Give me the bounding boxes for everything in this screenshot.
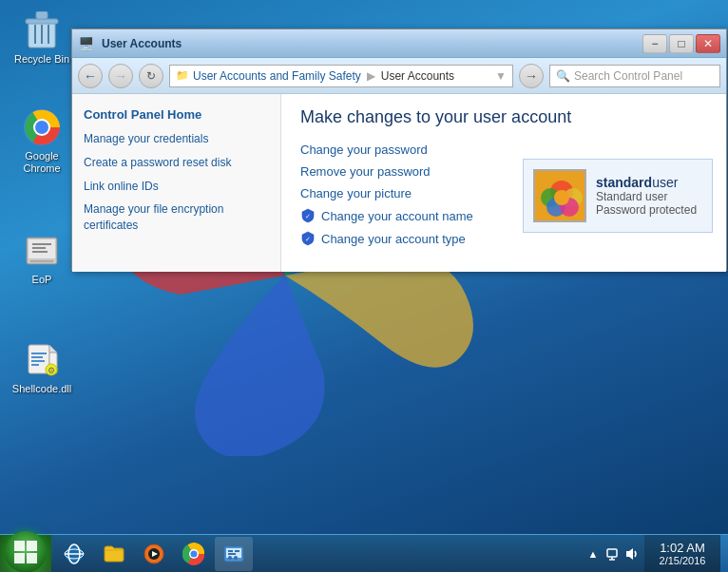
change-password-link[interactable]: Change your password (300, 143, 707, 157)
window-titlebar: 🖥️ User Accounts − □ ✕ (72, 29, 726, 58)
svg-marker-16 (49, 345, 57, 353)
search-box[interactable]: 🔍 Search Control Panel (549, 65, 720, 87)
back-button[interactable]: ← (78, 64, 103, 88)
address-part1: User Accounts and Family Safety (193, 69, 361, 83)
shellcode-label: Shellcode.dll (12, 383, 71, 395)
eop-image (23, 232, 61, 270)
link-online-ids-link[interactable]: Link online IDs (72, 175, 280, 199)
google-chrome-icon[interactable]: Google Chrome (10, 105, 74, 179)
svg-point-46 (191, 550, 198, 557)
desktop: Recycle Bin Google Chrome (0, 0, 728, 572)
svg-rect-36 (27, 553, 37, 563)
user-name-rest: user (652, 175, 678, 190)
svg-point-49 (228, 556, 232, 560)
user-name-bold: standard (596, 175, 652, 190)
tray-volume[interactable] (623, 546, 639, 562)
svg-rect-51 (228, 550, 233, 552)
clock-date: 2/15/2016 (660, 555, 706, 566)
user-details: standarduser Standard user Password prot… (596, 175, 702, 217)
minimize-button[interactable]: − (642, 34, 667, 53)
control-panel-taskbar-icon (222, 543, 245, 565)
remove-password-text: Remove your password (300, 164, 431, 179)
network-icon (604, 546, 620, 562)
svg-marker-57 (626, 548, 633, 560)
control-panel-home-link[interactable]: Control Panel Home (72, 102, 280, 127)
svg-rect-11 (30, 260, 53, 262)
media-player-icon (143, 543, 165, 565)
user-info-panel: standarduser Standard user Password prot… (523, 159, 713, 233)
change-account-name-text: Change your account name (321, 209, 473, 223)
user-avatar (533, 169, 586, 222)
svg-text:⚙: ⚙ (48, 366, 55, 375)
file-encryption-link[interactable]: Manage your file encryption certificates (72, 198, 280, 238)
taskbar-control-panel[interactable] (215, 537, 253, 571)
address-dropdown[interactable]: ▼ (495, 69, 507, 83)
taskbar-ie[interactable] (55, 537, 93, 571)
eop-icon[interactable]: EoP (10, 228, 74, 290)
svg-rect-53 (228, 553, 236, 555)
shield-icon-1: ✓ (300, 208, 316, 223)
svg-rect-52 (235, 550, 239, 552)
svg-rect-33 (14, 541, 25, 551)
taskbar-media-player[interactable] (135, 537, 173, 571)
window-controls: − □ ✕ (642, 34, 720, 53)
svg-text:✓: ✓ (305, 236, 311, 242)
svg-rect-12 (32, 243, 51, 245)
svg-rect-18 (31, 353, 47, 354)
svg-rect-1 (26, 19, 58, 24)
user-status: Password protected (596, 203, 702, 217)
user-type: Standard user (596, 190, 702, 203)
taskbar-explorer[interactable] (95, 537, 133, 571)
search-placeholder: Search Control Panel (574, 69, 682, 83)
start-button[interactable] (0, 535, 51, 573)
shield-icon-2: ✓ (300, 231, 316, 246)
volume-icon (623, 546, 639, 562)
chrome-taskbar-icon (182, 543, 205, 565)
eop-label: EoP (32, 274, 52, 286)
svg-rect-21 (31, 364, 39, 366)
control-panel-window: 🖥️ User Accounts − □ ✕ ← → ↻ 📁 User Acco… (71, 29, 727, 271)
manage-credentials-link[interactable]: Manage your credentials (72, 127, 280, 151)
main-title: Make changes to your user account (300, 107, 707, 127)
svg-text:✓: ✓ (305, 213, 311, 219)
shellcode-image: ⚙ (23, 341, 61, 379)
nav-bar: ← → ↻ 📁 User Accounts and Family Safety … (72, 58, 726, 94)
ie-icon (63, 543, 86, 565)
folder-icon (103, 543, 125, 565)
change-account-type-link[interactable]: ✓ Change your account type (300, 231, 707, 246)
shellcode-dll-icon[interactable]: ⚙ Shellcode.dll (10, 337, 74, 399)
refresh-button[interactable]: ↻ (139, 64, 163, 88)
windows-logo-icon (14, 541, 37, 563)
tray-network[interactable] (604, 546, 620, 562)
forward-button[interactable]: → (108, 64, 133, 88)
change-password-text: Change your password (300, 143, 428, 157)
cp-content: Control Panel Home Manage your credentia… (72, 94, 726, 272)
tray-expand[interactable]: ▲ (585, 546, 601, 562)
svg-point-32 (554, 190, 569, 205)
change-picture-text: Change your picture (300, 186, 412, 200)
cp-sidebar: Control Panel Home Manage your credentia… (72, 94, 281, 272)
clock[interactable]: 1:02 AM 2/15/2016 (644, 535, 720, 572)
recycle-bin-image (23, 11, 61, 49)
svg-point-50 (234, 556, 238, 560)
show-desktop-button[interactable] (720, 535, 728, 573)
clock-time: 1:02 AM (660, 541, 705, 555)
taskbar-items (55, 535, 253, 572)
create-password-reset-link[interactable]: Create a password reset disk (72, 151, 280, 175)
address-bar[interactable]: 📁 User Accounts and Family Safety ▶ User… (169, 65, 513, 87)
go-button[interactable]: → (519, 64, 544, 88)
recycle-bin-icon[interactable]: Recycle Bin (10, 8, 74, 69)
svg-rect-34 (27, 541, 37, 551)
taskbar: ▲ 1:02 AM 2/15/2016 (0, 534, 728, 572)
chrome-label: Google Chrome (13, 150, 70, 175)
chrome-image (23, 108, 61, 146)
svg-point-8 (35, 121, 48, 134)
change-account-type-text: Change your account type (321, 232, 466, 246)
user-name: standarduser (596, 175, 702, 190)
taskbar-chrome[interactable] (175, 537, 213, 571)
close-button[interactable]: ✕ (696, 34, 720, 53)
svg-rect-19 (31, 356, 43, 358)
maximize-button[interactable]: □ (669, 34, 694, 53)
svg-rect-35 (14, 553, 25, 563)
svg-rect-2 (36, 11, 48, 19)
